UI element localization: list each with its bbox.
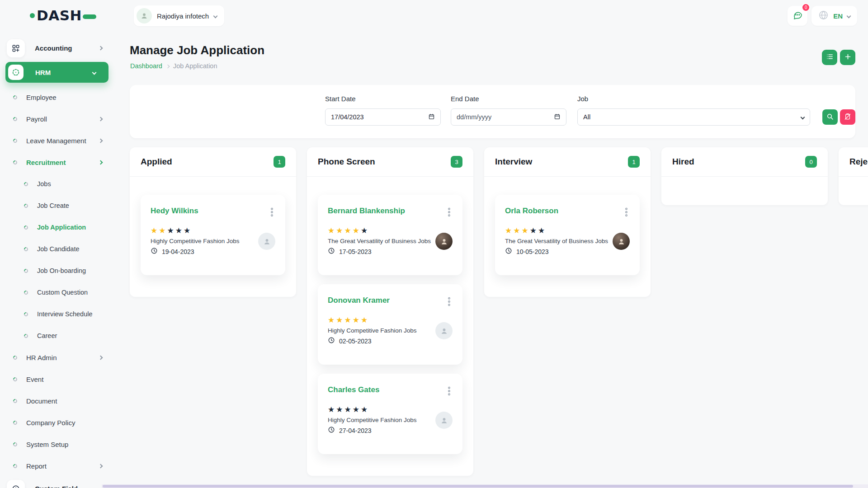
bullet-icon [12,463,18,469]
star-filled-icon: ★ [328,316,336,324]
star-empty-icon: ★ [538,226,546,235]
clock-icon [505,247,512,256]
job-title: The Great Versatility of Business Jobs [328,238,431,244]
card-menu-button[interactable] [269,206,275,220]
sidebar-item-job-candidate[interactable]: Job Candidate [0,238,122,260]
kanban-column-body[interactable]: Bernard Blankenship★★★★★The Great Versat… [307,176,473,476]
sidebar-item-job-application[interactable]: Job Application [0,216,122,238]
candidate-avatar [258,233,275,250]
clock-icon [328,337,335,345]
sidebar-item-label: System Setup [26,441,68,448]
horizontal-scrollbar-thumb[interactable] [103,485,853,488]
sidebar-item-system-setup[interactable]: System Setup [0,433,122,455]
applied-date-value: 02-05-2023 [339,338,372,345]
sidebar-item-company-policy[interactable]: Company Policy [0,412,122,433]
bullet-icon [12,138,18,144]
job-title: Highly Competitive Fashion Jobs [328,327,417,334]
card-menu-button[interactable] [446,385,453,399]
sidebar-item-custom-question[interactable]: Custom Question [0,282,122,303]
app-logo[interactable]: DASH [30,7,96,23]
kanban-column-title: Applied [141,157,172,167]
card-menu-button[interactable] [623,206,630,220]
chat-icon [792,9,803,22]
card-header-row: Orla Roberson [505,206,630,220]
reset-filter-button[interactable] [840,109,855,125]
candidate-name-link[interactable]: Orla Roberson [505,206,558,216]
sidebar-item-hrm[interactable]: HRM [5,62,108,83]
card-body-row: ★★★★★The Great Versatility of Business J… [505,227,630,256]
sidebar-item-hr-admin[interactable]: HR Admin [0,347,122,368]
kanban-column-body[interactable]: Hedy Wilkins★★★★★Highly Competitive Fash… [130,176,296,297]
card-header-row: Bernard Blankenship [328,206,453,220]
messages-button[interactable]: 0 [788,6,807,26]
bullet-icon [23,290,29,296]
start-date-input[interactable]: 17/04/2023 [325,108,441,126]
application-card[interactable]: Charles Gates★★★★★Highly Competitive Fas… [318,374,462,454]
sidebar-item-leave-management[interactable]: Leave Management [0,130,122,151]
star-empty-icon: ★ [530,226,538,235]
card-header-row: Charles Gates [328,385,453,399]
breadcrumb-dashboard-link[interactable]: Dashboard [130,62,162,70]
sidebar-item-label: HRM [35,69,51,76]
bullet-icon [12,355,18,361]
clock-icon [328,426,335,435]
language-switcher[interactable]: EN [811,6,857,26]
sidebar-item-job-on-boarding[interactable]: Job On-boarding [0,260,122,282]
breadcrumb-current: Job Application [173,62,217,70]
star-filled-icon: ★ [505,226,513,235]
bullet-icon [12,398,18,404]
applied-date: 02-05-2023 [328,337,417,345]
application-card[interactable]: Orla Roberson★★★★★The Great Versatility … [495,195,640,275]
card-menu-button[interactable] [446,206,453,220]
kanban-column-body[interactable] [661,176,828,205]
bullet-icon [12,94,18,100]
candidate-name-link[interactable]: Bernard Blankenship [328,206,405,216]
job-title: Highly Competitive Fashion Jobs [151,238,240,244]
star-empty-icon: ★ [361,226,369,235]
sidebar-item-accounting[interactable]: Accounting [0,36,122,60]
search-button[interactable] [822,109,838,125]
sidebar-item-career[interactable]: Career [0,325,122,347]
sidebar-item-report[interactable]: Report [0,455,122,477]
list-view-button[interactable] [822,50,837,65]
end-date-input[interactable]: dd/mm/yyyy [451,108,566,126]
sidebar-item-job-create[interactable]: Job Create [0,195,122,216]
star-empty-icon: ★ [344,405,353,414]
kanban-column-body[interactable] [839,176,868,205]
card-header-row: Donovan Kramer [328,296,453,309]
candidate-name-link[interactable]: Hedy Wilkins [151,206,198,216]
messages-count-badge: 0 [802,3,810,12]
sidebar-item-interview-schedule[interactable]: Interview Schedule [0,303,122,325]
applied-date: 10-05-2023 [505,247,608,256]
kanban-column-phone-screen: Phone Screen3Bernard Blankenship★★★★★The… [307,147,473,476]
application-card[interactable]: Donovan Kramer★★★★★Highly Competitive Fa… [318,284,462,365]
star-filled-icon: ★ [344,226,353,235]
rating-stars: ★★★★★ [151,227,240,235]
application-card[interactable]: Bernard Blankenship★★★★★The Great Versat… [318,195,462,275]
candidate-name-link[interactable]: Charles Gates [328,385,379,394]
sidebar-item-recruitment[interactable]: Recruitment [0,151,122,173]
sidebar-nav: AccountingHRMEmployeePayrollLeave Manage… [0,32,122,488]
add-application-button[interactable] [840,50,855,65]
application-card[interactable]: Hedy Wilkins★★★★★Highly Competitive Fash… [141,195,285,275]
sidebar-item-employee[interactable]: Employee [0,86,122,108]
card-details: ★★★★★Highly Competitive Fashion Jobs02-0… [328,316,417,345]
kanban-column-body[interactable]: Orla Roberson★★★★★The Great Versatility … [484,176,651,297]
sidebar-item-label: Company Policy [26,419,75,427]
card-menu-button[interactable] [446,296,453,309]
kanban-column-header: Hired0 [661,147,828,176]
start-date-value: 17/04/2023 [331,113,364,121]
sidebar-item-event[interactable]: Event [0,368,122,390]
sidebar-item-payroll[interactable]: Payroll [0,108,122,130]
sidebar-item-document[interactable]: Document [0,390,122,412]
sidebar-item-jobs[interactable]: Jobs [0,173,122,195]
circle-icon [7,480,25,488]
modules-icon [7,39,25,57]
candidate-avatar [613,233,630,250]
sidebar-item-label: Job On-boarding [37,267,86,274]
company-switcher[interactable]: Rajodiya infotech [134,5,224,26]
applied-date-value: 27-04-2023 [339,427,372,434]
kanban-column-interview: Interview1Orla Roberson★★★★★The Great Ve… [484,147,651,297]
job-select[interactable]: All [577,108,810,126]
candidate-name-link[interactable]: Donovan Kramer [328,296,390,305]
